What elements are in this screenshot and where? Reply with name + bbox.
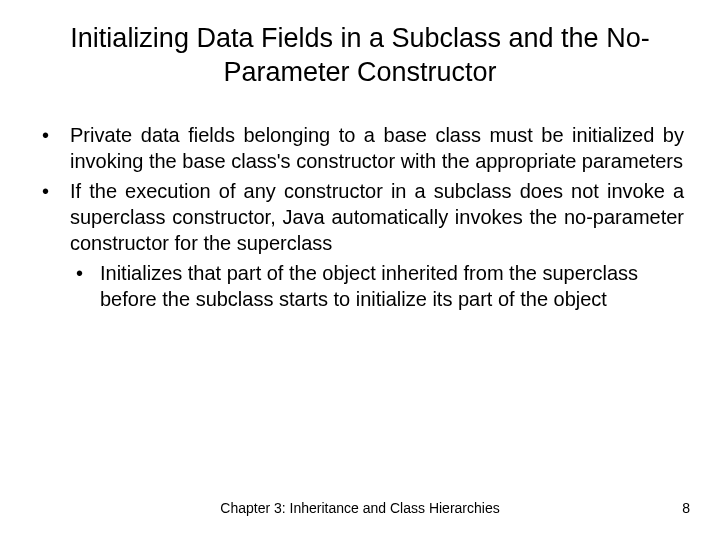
list-item: Private data fields belonging to a base …: [36, 122, 684, 174]
slide-title: Initializing Data Fields in a Subclass a…: [36, 22, 684, 90]
bullet-text: Initializes that part of the object inhe…: [100, 262, 638, 310]
bullet-text: Private data fields belonging to a base …: [70, 124, 684, 172]
bullet-list: Private data fields belonging to a base …: [36, 122, 684, 312]
chapter-label: Chapter 3: Inheritance and Class Hierarc…: [0, 500, 720, 516]
sub-bullet-list: Initializes that part of the object inhe…: [70, 260, 684, 312]
page-number: 8: [682, 500, 690, 516]
list-item: If the execution of any constructor in a…: [36, 178, 684, 312]
slide: Initializing Data Fields in a Subclass a…: [0, 0, 720, 540]
slide-footer: Chapter 3: Inheritance and Class Hierarc…: [0, 500, 720, 516]
bullet-text: If the execution of any constructor in a…: [70, 180, 684, 254]
list-item: Initializes that part of the object inhe…: [70, 260, 684, 312]
